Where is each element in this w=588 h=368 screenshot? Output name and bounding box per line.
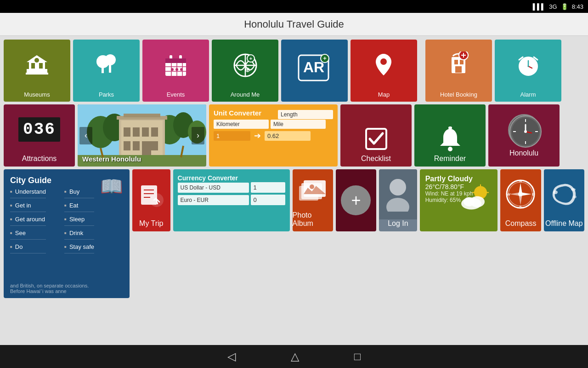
ar-icon-area: AR + [281, 40, 348, 98]
status-bar: ▌▌▌ 3G 🔋 8:43 [0, 0, 588, 13]
photo-album-icon-area [297, 169, 329, 211]
recent-button[interactable]: □ [354, 350, 361, 363]
my-trip-label: My Trip [139, 219, 163, 228]
converter-result-input[interactable] [265, 131, 311, 141]
do-label: Do [15, 243, 23, 250]
converter-from-row [214, 120, 333, 129]
museums-icon-area [4, 40, 70, 91]
around-me-icon-area: + [212, 40, 278, 91]
offline-map-icon [548, 179, 580, 209]
tile-photo-album[interactable]: Photo Album [293, 169, 333, 231]
my-trip-icon-area [137, 169, 165, 219]
my-trip-icon [137, 181, 165, 208]
map-label: Map [378, 91, 390, 98]
converter-value-input[interactable] [214, 131, 250, 141]
back-button[interactable]: ◁ [227, 350, 236, 363]
tile-events[interactable]: Events [142, 40, 209, 102]
guide-item-get-around[interactable]: Get around [10, 213, 46, 226]
tile-offline-map[interactable]: Offline Map [544, 169, 584, 231]
parks-icon-area [73, 40, 140, 91]
tile-login[interactable]: Log In [379, 169, 417, 231]
svg-point-104 [464, 197, 475, 206]
alarm-icon-area [495, 40, 561, 91]
tile-checklist[interactable]: Checklist [340, 104, 412, 167]
hotel-booking-label: Hotel Booking [440, 91, 477, 98]
photo-next-button[interactable]: › [192, 127, 204, 144]
weather-sun-cloud-icon [460, 184, 492, 212]
tile-honolulu-clock[interactable]: Honolulu [488, 104, 560, 167]
time-display: 8:43 [572, 3, 583, 10]
buy-label: Buy [69, 188, 79, 195]
tile-western-honolulu[interactable]: ‹ › Western Honolulu [78, 104, 206, 167]
tile-reminder[interactable]: Reminder [414, 104, 486, 167]
page-title: Honolulu Travel Guide [244, 18, 344, 30]
tile-compass[interactable]: N S W E Compass [500, 169, 541, 231]
svg-text:+: + [323, 55, 327, 62]
tile-around-me[interactable]: + Around Me [212, 40, 278, 102]
tile-add[interactable]: + [336, 169, 376, 231]
tile-museums[interactable]: Museums [4, 40, 70, 102]
svg-rect-0 [27, 69, 47, 73]
svg-point-8 [105, 54, 116, 65]
photo-prev-button[interactable]: ‹ [79, 127, 92, 144]
converter-value-row: ➔ [214, 131, 333, 141]
guide-item-buy[interactable]: Buy [64, 185, 94, 198]
sleep-label: Sleep [69, 216, 85, 223]
currency-to-value[interactable] [251, 195, 285, 205]
understand-label: Understand [15, 188, 46, 195]
map-icon [371, 52, 396, 79]
tile-map[interactable]: Map [351, 40, 417, 102]
tile-weather[interactable]: Partly Cloudy 26°C/78.80°F Wind: NE at 1… [420, 169, 498, 231]
svg-point-95 [390, 179, 406, 196]
clock-svg [509, 115, 542, 148]
checklist-icon [362, 125, 390, 153]
guide-item-stay-safe[interactable]: Stay safe [64, 241, 94, 253]
city-guide-title: City Guide [10, 176, 51, 185]
guide-item-sleep[interactable]: Sleep [64, 213, 94, 226]
tile-attractions[interactable]: 036 Attractions [4, 104, 75, 167]
svg-rect-60 [124, 127, 130, 137]
offline-map-icon-area [548, 169, 580, 219]
svg-rect-6 [26, 73, 48, 75]
currency-to-name[interactable] [178, 195, 249, 205]
currency-from-name[interactable] [178, 183, 249, 193]
guide-item-understand[interactable]: Understand [10, 185, 46, 198]
guide-item-drink[interactable]: Drink [64, 227, 94, 240]
compass-icon-area: N S W E [506, 169, 536, 219]
svg-text:AR: AR [303, 59, 324, 75]
guide-item-eat[interactable]: Eat [64, 199, 94, 212]
guide-item-get-in[interactable]: Get in [10, 199, 46, 212]
compass-icon: N S W E [506, 179, 536, 209]
svg-rect-3 [31, 63, 35, 69]
battery-icon: 🔋 [561, 3, 568, 10]
tile-parks[interactable]: Parks [73, 40, 140, 102]
footer-text1: and British, on separate occasions. [10, 283, 89, 288]
guide-item-do[interactable]: Do [10, 241, 46, 253]
tile-city-guide[interactable]: City Guide 📖 Understand Get in Get aroun… [4, 169, 130, 298]
compass-label: Compass [505, 219, 537, 228]
tile-my-trip[interactable]: My Trip [132, 169, 170, 231]
guide-item-see[interactable]: See [10, 227, 46, 240]
currency-from-value[interactable] [251, 182, 285, 193]
tile-ar[interactable]: AR + [281, 40, 348, 102]
see-label: See [15, 230, 26, 236]
spacer1 [420, 40, 423, 102]
converter-type-input[interactable] [278, 110, 333, 119]
tile-alarm[interactable]: Alarm [495, 40, 561, 102]
converter-title: Unit Converter [214, 109, 261, 117]
parks-icon [93, 52, 120, 79]
home-button[interactable]: △ [291, 350, 299, 363]
currency-from-row [178, 182, 285, 193]
honolulu-clock-label: Honolulu [509, 149, 538, 157]
converter-from-input[interactable] [214, 120, 269, 129]
svg-text:N: N [519, 179, 522, 183]
converter-to-input[interactable] [271, 120, 326, 129]
museums-icon [24, 53, 50, 78]
reminder-label: Reminder [434, 155, 466, 163]
tile-unit-converter[interactable]: Unit Converter ➔ [209, 104, 338, 167]
tile-hotel-booking[interactable]: Hotel Booking [425, 40, 492, 102]
city-guide-col1: Understand Get in Get around See Do [10, 185, 46, 253]
alarm-icon [514, 52, 542, 79]
around-me-label: Around Me [231, 91, 260, 98]
tile-currency-converter[interactable]: Currency Converter [173, 169, 290, 231]
